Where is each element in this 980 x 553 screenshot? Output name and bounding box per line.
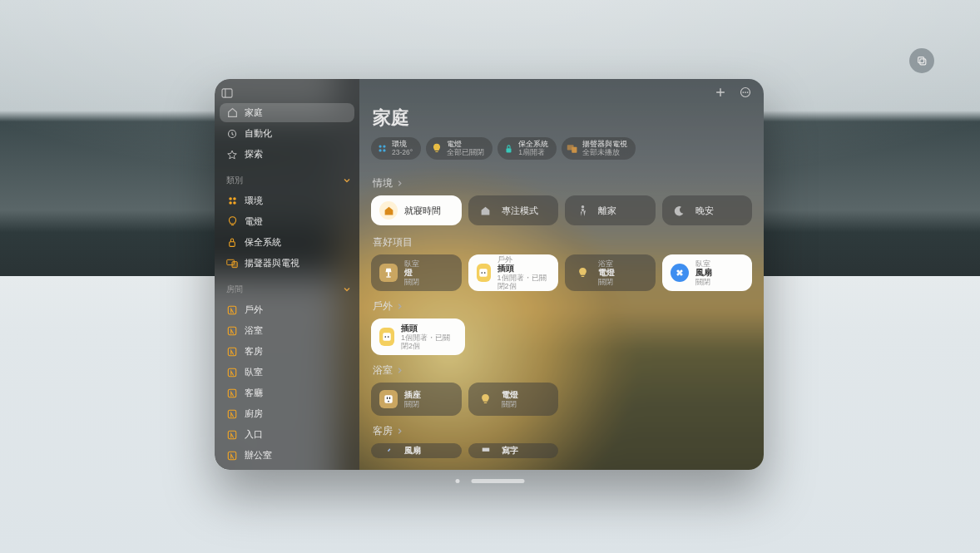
sidebar-item-label: 保全系統 [245,236,281,249]
section-header-favorites[interactable]: 喜好項目 [373,235,752,249]
tile-name: 寫字 [502,446,518,456]
svg-rect-2 [222,89,232,97]
guest-tile-desk[interactable]: 寫字 [468,443,559,458]
lamp-icon [379,264,398,282]
favorite-tile-bathroom-light[interactable]: 浴室電燈關閉 [565,254,656,291]
sidebar-item-automation[interactable]: 自動化 [220,124,354,143]
svg-rect-31 [506,148,511,152]
sidebar-item-home[interactable]: 家庭 [220,103,354,122]
svg-point-7 [229,201,232,205]
section-header-guest[interactable]: 客房 [373,424,752,438]
visionos-home-indicator[interactable] [456,479,525,483]
sidebar-item-discover[interactable]: 探索 [220,145,354,164]
sidebar-header-categories[interactable]: 類別 [220,171,354,190]
chevron-right-icon [396,367,403,374]
sidebar-item-speakers-tv[interactable]: 揚聲器與電視 [220,254,354,273]
tile-name: 燈 [404,268,419,278]
add-accessory-button[interactable] [714,86,727,99]
scene-leave[interactable]: 離家 [565,195,656,225]
sidebar-item-room-bathroom[interactable]: 浴室 [220,321,354,340]
section-header-label: 客房 [373,424,393,438]
fan-icon [671,264,689,282]
sidebar-item-label: 揚聲器與電視 [245,257,299,269]
svg-point-38 [481,272,483,274]
status-chip-security[interactable]: 保全系統1扇開著 [497,137,557,160]
content-area: 家庭 環境23-26° 電燈全部已關閉 保全系統1扇開著 揚聲器與電視全部未播放… [359,79,764,470]
svg-point-27 [383,146,385,148]
bathroom-tile-light[interactable]: 電燈關閉 [468,383,559,416]
sidebar-item-label: 家庭 [245,106,263,119]
tile-name: 電燈 [502,390,518,400]
section-header-bathroom[interactable]: 浴室 [373,363,752,378]
svg-point-48 [388,401,389,402]
scene-bedtime[interactable]: 就寢時間 [371,195,462,225]
svg-point-25 [747,91,749,93]
sidebar-item-room-guest[interactable]: 客房 [220,342,354,361]
tile-room: 臥室 [695,259,712,268]
room-icon [226,451,238,461]
svg-point-26 [379,146,381,148]
more-button[interactable] [739,86,752,99]
sidebar-item-lights[interactable]: 電燈 [220,212,354,231]
status-chip-subtitle: 全部未播放 [582,149,627,156]
sidebar-item-room-entry[interactable]: 入口 [220,425,354,444]
svg-point-44 [388,336,389,338]
plug-icon [379,328,394,346]
sidebar-item-label: 戶外 [245,304,263,316]
room-icon [226,368,238,378]
sidebar-item-label: 辦公室 [245,449,272,462]
outdoor-tile-plug[interactable]: 插頭1個開著・已關閉2個 [371,318,465,355]
sidebar-toggle-icon[interactable] [221,88,233,98]
svg-rect-36 [386,277,390,278]
status-chip-climate[interactable]: 環境23-26° [371,137,421,160]
sidebar-item-climate[interactable]: 環境 [220,191,354,210]
tv-speaker-icon [567,143,578,155]
section-header-label: 浴室 [373,363,393,378]
svg-rect-1 [920,59,926,65]
sidebar-item-room-office[interactable]: 辦公室 [220,446,354,465]
sidebar-item-security[interactable]: 保全系統 [220,233,354,252]
lock-icon [226,237,238,248]
room-icon [226,305,238,315]
sidebar-item-label: 臥室 [245,366,263,378]
chevron-down-icon [343,176,351,185]
tile-state: 關閉 [502,400,518,408]
sidebar-item-room-kitchen[interactable]: 廚房 [220,404,354,423]
section-header-outdoor[interactable]: 戶外 [373,299,752,314]
moon-icon [671,201,689,220]
favorite-tile-bedroom-fan[interactable]: 臥室風扇關閉 [662,254,753,291]
tile-name: 插座 [404,390,421,400]
room-icon [226,388,238,398]
scene-goodnight[interactable]: 晚安 [662,195,753,225]
ellipsis-circle-icon [740,86,751,98]
sidebar-header-rooms[interactable]: 房間 [220,280,354,299]
scene-label: 就寢時間 [404,205,441,217]
favorite-tile-outdoor-plug[interactable]: 戶外插頭1個開著・已關閉2個 [468,254,559,291]
page-title: 家庭 [373,106,752,131]
window-drag-bar[interactable] [472,479,525,483]
window-close-dot[interactable] [456,479,460,483]
tile-name: 電燈 [598,268,615,278]
favorite-tile-bedroom-lamp[interactable]: 臥室燈關閉 [371,254,462,291]
status-chip-subtitle: 1扇開著 [518,149,548,156]
lock-icon [502,143,514,155]
sidebar-item-room-outdoor[interactable]: 戶外 [220,300,354,319]
room-icon [226,347,238,357]
sidebar-item-room-bedroom[interactable]: 臥室 [220,363,354,382]
chevron-right-icon [396,303,403,310]
bathroom-tile-outlet[interactable]: 插座關閉 [371,383,462,416]
status-chip-speakers-tv[interactable]: 揚聲器與電視全部未播放 [562,137,636,160]
svg-point-5 [229,197,232,200]
status-chip-lights[interactable]: 電燈全部已關閉 [426,137,492,160]
scene-focus[interactable]: 專注模式 [468,195,559,225]
svg-rect-0 [918,57,924,63]
room-icon [226,430,238,440]
window-switcher-button[interactable] [909,48,934,73]
house-icon [477,201,495,220]
section-header-scenes[interactable]: 情境 [373,176,752,190]
sidebar-item-room-living[interactable]: 客廳 [220,383,354,402]
tile-state: 1個開著・已關閉2個 [401,333,457,351]
outlet-icon [379,390,398,408]
bulb-icon [477,390,495,408]
guest-tile-fan[interactable]: 風扇 [371,443,462,458]
